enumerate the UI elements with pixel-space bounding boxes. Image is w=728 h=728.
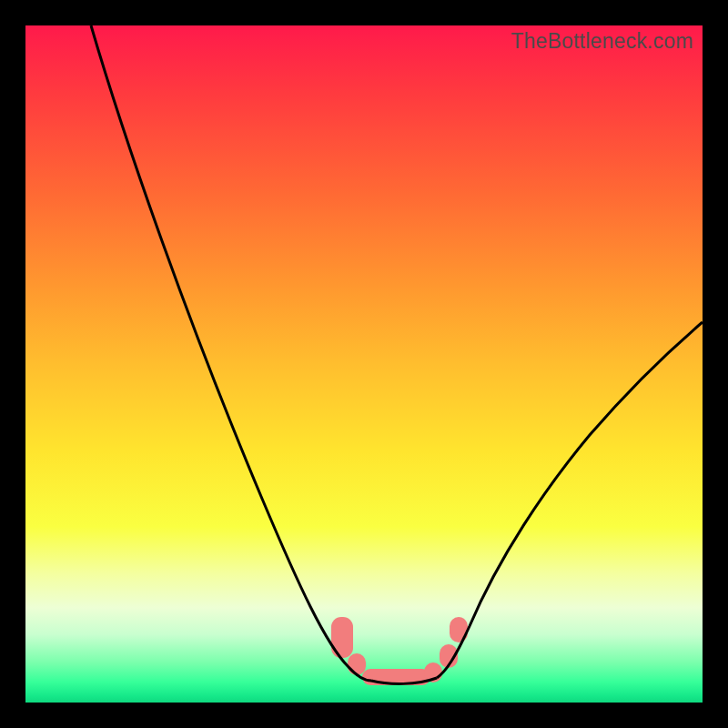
curve-right-branch [437,322,703,678]
chart-frame: TheBottleneck.com [0,0,728,728]
valley-markers [331,617,468,685]
curve-left-branch [91,25,371,681]
chart-curve-layer [25,25,703,703]
svg-rect-1 [348,653,366,675]
svg-rect-0 [331,617,353,658]
chart-plot-area: TheBottleneck.com [25,25,703,703]
